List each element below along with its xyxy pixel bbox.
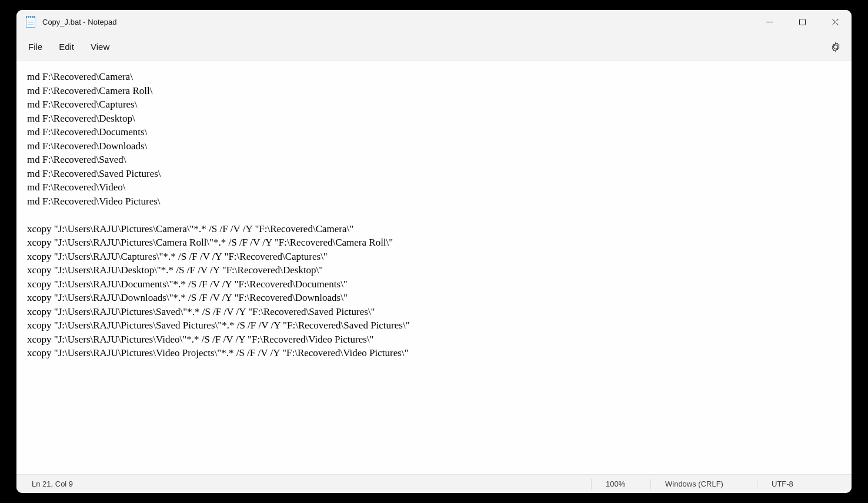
titlebar-left: Copy_J.bat - Notepad [16, 16, 116, 28]
window-title: Copy_J.bat - Notepad [42, 18, 116, 26]
minimize-icon [766, 19, 773, 25]
caption-buttons [753, 10, 852, 33]
settings-button[interactable] [823, 37, 848, 57]
text-editor[interactable]: md F:\Recovered\Camera\ md F:\Recovered\… [16, 61, 852, 474]
status-line-ending: Windows (CRLF) [651, 479, 757, 488]
close-button[interactable] [819, 10, 852, 33]
titlebar[interactable]: Copy_J.bat - Notepad [16, 10, 852, 33]
maximize-button[interactable] [786, 10, 819, 33]
status-zoom[interactable]: 100% [592, 479, 650, 488]
maximize-icon [799, 19, 806, 25]
menu-file[interactable]: File [20, 37, 51, 56]
statusbar: Ln 21, Col 9 100% Windows (CRLF) UTF-8 [16, 474, 852, 493]
gear-icon [830, 42, 841, 52]
status-encoding: UTF-8 [757, 479, 852, 488]
status-cursor-position: Ln 21, Col 9 [16, 479, 591, 488]
svg-rect-1 [799, 19, 805, 25]
notepad-icon [26, 16, 35, 28]
close-icon [832, 19, 839, 25]
menubar: File Edit View [16, 33, 852, 61]
notepad-window: Copy_J.bat - Notepad File Edit View md F… [16, 10, 852, 493]
menu-edit[interactable]: Edit [51, 37, 82, 56]
menu-view[interactable]: View [82, 37, 118, 56]
minimize-button[interactable] [753, 10, 786, 33]
